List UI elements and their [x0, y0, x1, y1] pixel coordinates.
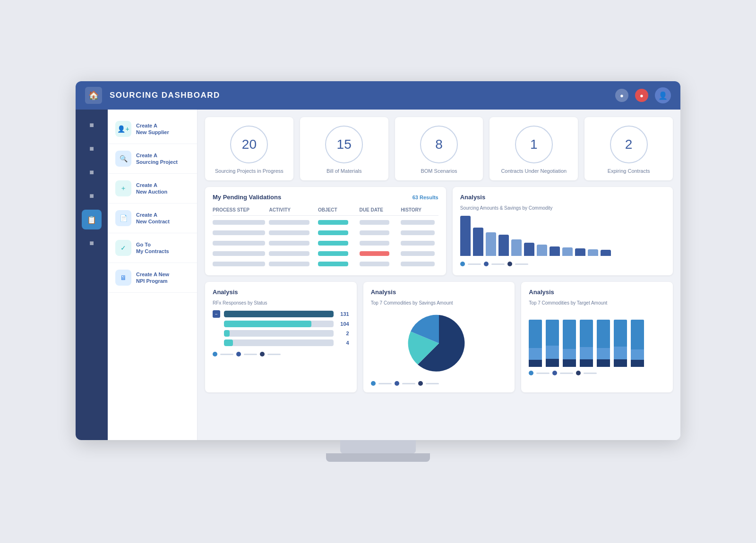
analysis-header: Analysis [460, 194, 665, 201]
notification-icon[interactable]: ● [615, 89, 628, 102]
cell-bar-pink [360, 251, 390, 256]
dot[interactable] [576, 371, 581, 375]
create-supplier-item[interactable]: 👤+ Create ANew Supplier [108, 114, 197, 144]
rfx-bar-bg [224, 321, 334, 327]
middle-row: My Pending Validations 63 Results Proces… [205, 187, 673, 275]
rfx-subtitle: RFx Responses by Status [213, 300, 349, 305]
create-contract-label: Create ANew Contract [136, 212, 170, 225]
dot[interactable] [213, 352, 217, 356]
header: 🏠 SOURCING DASHBOARD ● ● 👤 [76, 81, 680, 110]
sidebar-item-2[interactable]: ■ [82, 139, 102, 159]
cell-bar [213, 230, 265, 235]
stacked-segment [597, 348, 610, 359]
bar-segment [562, 247, 573, 256]
cell-bar [401, 262, 435, 266]
stat-cards-row: 20 Sourcing Projects in Progress 15 Bill… [205, 117, 673, 180]
dot[interactable] [552, 371, 557, 375]
cell-bar [213, 220, 265, 225]
cell-bar [401, 220, 435, 225]
stacked-segment [563, 359, 576, 367]
stat-card-expiring: 2 Expiring Contracts [584, 117, 673, 180]
cell-bar-teal [318, 241, 348, 246]
stat-label-sourcing: Sourcing Projects in Progress [215, 168, 284, 174]
pie-subtitle: Top 7 Commodities by Savings Amount [371, 300, 507, 305]
avatar[interactable]: 👤 [655, 87, 671, 103]
rfx-bar-fill [224, 330, 230, 337]
sidebar-item-4[interactable]: ■ [82, 186, 102, 206]
dot-active[interactable] [460, 262, 465, 266]
table-headers: Process Step Activity Object Due Date Hi… [213, 205, 438, 216]
dot[interactable] [371, 381, 376, 386]
stacked-bar [631, 320, 644, 367]
stacked-segment [529, 320, 542, 348]
dot[interactable] [529, 371, 533, 375]
stat-label-expiring: Expiring Contracts [608, 168, 650, 174]
rfx-bar-bg [224, 330, 334, 337]
dot-line [584, 373, 597, 374]
sidebar-item-3[interactable]: ■ [82, 162, 102, 182]
stacked-header: Analysis [529, 288, 665, 296]
stat-label-bom: Bill of Materials [326, 168, 362, 174]
sidebar-item-5[interactable]: 📋 [82, 210, 102, 229]
my-contracts-item[interactable]: ✓ Go ToMy Contracts [108, 233, 197, 263]
dot-line [267, 354, 281, 355]
sidebar-item-1[interactable]: ■ [82, 115, 102, 135]
pie-header: Analysis [371, 288, 507, 296]
dot[interactable] [418, 381, 423, 386]
stacked-chart-dots [529, 371, 665, 375]
rfx-toggle[interactable]: − [213, 310, 220, 318]
bar-segment [473, 228, 483, 256]
create-auction-item[interactable]: ＋ Create ANew Auction [108, 174, 197, 204]
stacked-segment [563, 349, 576, 359]
sidebar-item-6[interactable]: ■ [82, 233, 102, 253]
dot-line [426, 383, 439, 384]
auction-icon: ＋ [115, 180, 131, 196]
home-icon[interactable]: 🏠 [85, 87, 102, 104]
rfx-title: Analysis [213, 288, 238, 296]
bar-segment [588, 249, 598, 256]
quick-actions-panel: 👤+ Create ANew Supplier 🔍 Create ASourci… [108, 110, 198, 440]
create-sourcing-item[interactable]: 🔍 Create ASourcing Project [108, 144, 197, 174]
rfx-bar-bg [224, 339, 334, 346]
create-auction-label: Create ANew Auction [136, 182, 167, 195]
stacked-bar [529, 320, 542, 367]
alert-icon[interactable]: ● [635, 89, 648, 102]
cell-bar [213, 241, 265, 246]
cell-bar [360, 241, 390, 246]
bar-segment [524, 243, 534, 256]
stacked-segment [546, 320, 559, 346]
dot[interactable] [260, 352, 265, 356]
stacked-title: Analysis [529, 288, 554, 296]
monitor-stand [340, 440, 416, 453]
col-due: Due Date [360, 207, 397, 212]
cell-bar [269, 230, 309, 235]
create-contract-item[interactable]: 📄 Create ANew Contract [108, 204, 197, 233]
cell-bar [401, 230, 435, 235]
analysis-subtitle: Sourcing Amounts & Savings by Commodity [460, 205, 665, 211]
dot-mid[interactable] [484, 262, 489, 266]
cell-bar [360, 230, 390, 235]
npi-program-item[interactable]: 🖥 Create A NewNPI Program [108, 263, 197, 293]
pie-chart-dots [371, 381, 507, 386]
cell-bar-teal [318, 230, 348, 235]
cell-bar [269, 251, 309, 256]
stacked-segment [563, 320, 576, 349]
dot-line [536, 373, 550, 374]
stacked-segment [546, 346, 559, 359]
dashboard: 20 Sourcing Projects in Progress 15 Bill… [198, 110, 680, 440]
pie-title: Analysis [371, 288, 396, 296]
bar-segment [511, 239, 522, 256]
page-title: SOURCING DASHBOARD [110, 91, 615, 100]
npi-icon: 🖥 [115, 270, 131, 286]
dot[interactable] [395, 381, 399, 386]
cell-bar [213, 251, 265, 256]
dot[interactable] [236, 352, 241, 356]
stat-circle-sourcing: 20 [230, 126, 268, 163]
npi-label: Create A NewNPI Program [136, 271, 169, 285]
dot-dark[interactable] [507, 262, 512, 266]
stat-circle-scenarios: 8 [420, 126, 458, 163]
col-history: History [401, 207, 438, 212]
col-process: Process Step [213, 207, 265, 212]
rfx-bar-fill [224, 321, 311, 327]
content: 👤+ Create ANew Supplier 🔍 Create ASourci… [108, 110, 680, 440]
